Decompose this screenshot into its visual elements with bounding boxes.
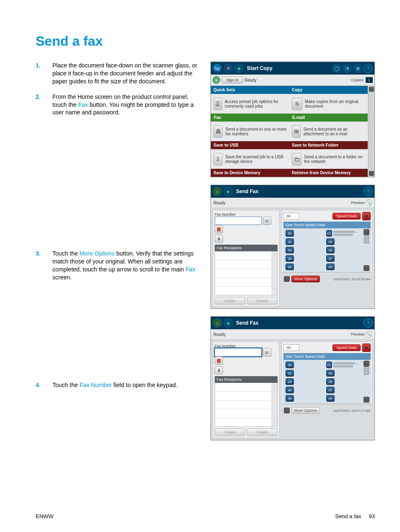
scroll-up-icon[interactable]: ˄ xyxy=(364,361,369,367)
scroll-down-icon[interactable]: ˅ xyxy=(364,265,369,271)
one-touch-header: One Touch Speed Dials xyxy=(283,222,371,228)
speed-dial-scrollbar[interactable]: ˄ ˅ xyxy=(364,361,369,403)
step-3-keyword-2: Fax xyxy=(186,266,195,273)
tile-fax[interactable]: Fax 🖷Send a document to one or more fax … xyxy=(211,114,289,141)
speed-dial-02[interactable]: 02 xyxy=(286,238,322,245)
speed-dials-button[interactable]: Speed Dials xyxy=(332,213,361,220)
speed-dial-02[interactable]: 02 xyxy=(286,370,322,377)
details-button[interactable]: Details xyxy=(247,297,278,305)
addressbook-icon[interactable]: 📕 xyxy=(215,225,223,233)
start-icon[interactable]: ◈ xyxy=(223,187,233,196)
speed-dial-07[interactable]: 07 xyxy=(326,387,363,393)
speed-dial-04[interactable]: 04 xyxy=(286,378,322,385)
tile-body-email: Send a document as an attachment to an e… xyxy=(303,127,365,136)
speed-dial-06[interactable]: 06 xyxy=(286,255,322,262)
tile-email[interactable]: E-mail ✉Send a document as an attachment… xyxy=(289,114,368,141)
keypad-icon[interactable]: ☏ xyxy=(263,217,271,225)
addressbook-icon[interactable]: 📕 xyxy=(215,356,223,365)
timestamp: Jul/27/2011 10:05:59 AM xyxy=(333,277,370,281)
fax-recipients-header: Fax Recipients xyxy=(215,245,278,251)
home-scrollbar[interactable]: ˄ ˅ xyxy=(368,86,374,177)
tile-savedm[interactable]: Save to Device Memory xyxy=(211,169,289,177)
tile-retrieve[interactable]: Retrieve from Device Memory xyxy=(289,169,368,177)
delete-button[interactable]: Delete xyxy=(215,297,245,305)
fax-title: Send Fax xyxy=(236,189,258,194)
scroll-down-icon[interactable]: ˅ xyxy=(364,397,369,403)
folder-icon: 🗀 xyxy=(292,153,301,165)
start-icon[interactable]: ◈ xyxy=(234,64,244,73)
speed-dial-03[interactable]: 03 xyxy=(326,238,363,245)
copy-icon: ⎘ xyxy=(292,98,302,110)
speed-dial-scrollbar[interactable]: ˄ ˅ xyxy=(364,229,369,271)
tile-copy[interactable]: Copy ⎘Make copies from an original docum… xyxy=(289,86,368,114)
step-1: Place the document face-down on the scan… xyxy=(36,62,198,85)
speed-dial-07[interactable]: 07 xyxy=(326,255,363,262)
speed-dials-button[interactable]: Speed Dials xyxy=(332,344,361,351)
lang-icon[interactable]: ⊞ xyxy=(353,64,362,73)
speed-dial-09[interactable]: 09 xyxy=(326,395,363,402)
add-recipient-icon[interactable]: ⬇ xyxy=(215,235,223,243)
speed-dial-03[interactable]: 03 xyxy=(326,370,363,377)
preview-label[interactable]: Preview xyxy=(351,201,364,205)
fax-number-input[interactable] xyxy=(215,217,262,225)
tile-quicksets[interactable]: Quick Sets ☰Access preset job options fo… xyxy=(211,86,289,114)
preview-label[interactable]: Preview xyxy=(351,332,364,336)
speed-dial-05[interactable]: 05 xyxy=(326,378,363,385)
status-icon: ● xyxy=(213,76,220,84)
scroll-up-icon[interactable]: ˄ xyxy=(364,229,369,235)
sign-in-button[interactable]: Sign In xyxy=(222,77,243,83)
step-4-text-b: field to open the keypad. xyxy=(112,382,177,388)
magnify-icon[interactable]: 🔍 xyxy=(365,331,372,338)
help-icon[interactable]: ? xyxy=(364,64,373,73)
fax-title: Send Fax xyxy=(236,320,258,326)
start-icon[interactable]: ◈ xyxy=(223,318,233,328)
fax-recipients-list[interactable]: ˄ ˅ xyxy=(215,251,278,295)
help-icon[interactable]: ? xyxy=(364,318,373,328)
more-options-button[interactable]: More Options xyxy=(291,407,320,414)
speed-dials-delete-icon[interactable]: ✖ xyxy=(362,212,371,220)
stop-icon[interactable]: ✖ xyxy=(223,64,233,73)
keypad-icon[interactable]: ☏ xyxy=(263,348,271,356)
scroll-up-icon[interactable]: ˄ xyxy=(271,251,277,260)
tile-saveusb[interactable]: Save to USB ⇩Save the scanned job to a U… xyxy=(211,141,289,169)
step-3: Touch the More Options button. Verify th… xyxy=(36,250,198,281)
tile-head-savedm: Save to Device Memory xyxy=(211,169,289,177)
fax-number-input[interactable] xyxy=(215,348,262,356)
details-button[interactable]: Details xyxy=(247,429,278,436)
clock-icon[interactable]: ◔ xyxy=(343,64,352,73)
speed-dial-06[interactable]: 06 xyxy=(286,387,322,393)
magnify-icon[interactable]: 🔍 xyxy=(365,199,372,206)
speed-dials-delete-icon[interactable]: ✖ xyxy=(362,343,371,352)
help-icon[interactable]: ? xyxy=(364,187,373,196)
scroll-down-icon[interactable]: ˅ xyxy=(271,287,277,295)
scroll-up-icon[interactable]: ˄ xyxy=(369,87,374,92)
more-options-arrow-icon[interactable]: ˅ xyxy=(284,276,290,282)
copies-value[interactable]: 1 xyxy=(366,77,373,83)
speed-dial-05[interactable]: 05 xyxy=(326,247,363,253)
speed-dial-00[interactable]: 00 xyxy=(286,362,322,368)
speed-dial-01[interactable]: 01XXXXXXXXXXX... XXXXXXXXXX xyxy=(326,230,363,237)
speed-dial-08[interactable]: 08 xyxy=(286,395,322,402)
speed-dial-08[interactable]: 08 xyxy=(286,263,322,270)
speed-dial-grid: 00 01XXXXXXXXXXX... XXXXXXXXXX 02 03 04 … xyxy=(283,360,371,404)
more-options-button[interactable]: More Options xyxy=(291,276,320,282)
delete-button[interactable]: Delete xyxy=(215,429,245,436)
speed-dial-09[interactable]: 09 xyxy=(326,263,363,270)
tile-head-savenet: Save to Network Folder xyxy=(289,141,368,149)
network-icon[interactable]: ◯ xyxy=(332,64,341,73)
home-icon[interactable]: ⌂ xyxy=(213,187,222,196)
speed-dial-01[interactable]: 01XXXXXXXXXXX... XXXXXXXXXX xyxy=(326,362,363,368)
fax-recipients-list[interactable]: ˄ ˅ xyxy=(215,383,278,427)
speed-dial-00[interactable]: 00 xyxy=(286,230,322,237)
one-touch-header: One Touch Speed Dials xyxy=(283,353,371,360)
tile-savenet[interactable]: Save to Network Folder 🗀Send a document … xyxy=(289,141,368,169)
speed-dial-04[interactable]: 04 xyxy=(286,247,322,253)
scroll-down-icon[interactable]: ˅ xyxy=(369,171,374,176)
add-recipient-icon[interactable]: ⬇ xyxy=(215,366,223,374)
more-options-arrow-icon[interactable]: ˅ xyxy=(284,408,290,413)
scroll-up-icon[interactable]: ˄ xyxy=(271,383,277,391)
step-3-keyword-1: More Options xyxy=(80,250,115,257)
tile-head-retrieve: Retrieve from Device Memory xyxy=(289,169,368,177)
home-icon[interactable]: ⌂ xyxy=(213,318,222,328)
scroll-down-icon[interactable]: ˅ xyxy=(271,418,277,426)
